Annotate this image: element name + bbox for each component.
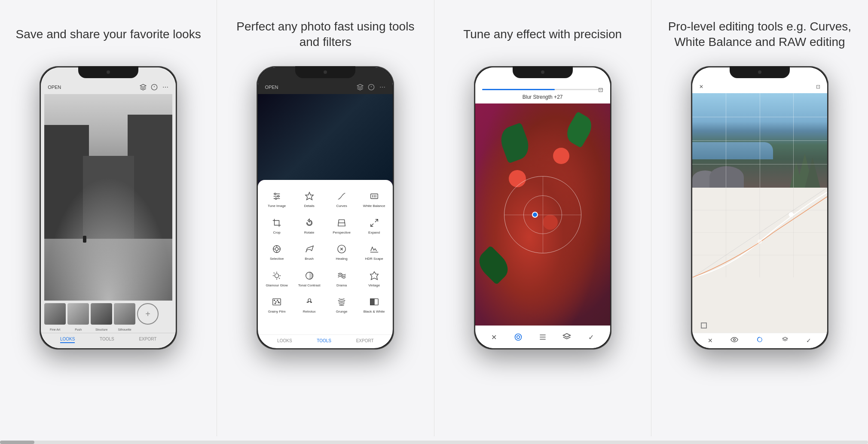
p3-confirm-button[interactable]: ✓ xyxy=(585,331,597,343)
tool-drama[interactable]: Drama xyxy=(326,266,357,291)
curves-grid xyxy=(692,93,827,188)
tool-name-tune: Tune Image xyxy=(268,204,286,208)
more-icon[interactable] xyxy=(162,84,169,91)
svg-point-42 xyxy=(279,302,280,303)
panel-4-title: Pro-level editing tools e.g. Curves, Whi… xyxy=(660,13,859,56)
tool-perspective[interactable]: Perspective xyxy=(326,213,357,238)
p4-curve-area xyxy=(692,188,827,333)
tool-name-tonal: Tonal Contrast xyxy=(298,283,321,288)
phone-1-inner: OPEN xyxy=(41,67,176,348)
panel-3: Tune any effect with precision Blur Stre… xyxy=(434,0,651,436)
look-thumb-2[interactable] xyxy=(67,303,89,325)
tool-brush[interactable]: Brush xyxy=(294,240,325,265)
selective-dot[interactable] xyxy=(532,212,538,218)
phone-2-screen: OPEN xyxy=(258,67,393,348)
nav-looks[interactable]: LOOKS xyxy=(60,337,75,343)
p4-cancel-btn[interactable]: ✕ xyxy=(708,337,713,344)
look-thumb-3[interactable] xyxy=(91,303,112,325)
grain-icon xyxy=(271,296,283,308)
look-thumb-1[interactable] xyxy=(44,303,66,325)
nav-export[interactable]: EXPORT xyxy=(139,337,156,343)
split-view-icon[interactable]: ⊡ xyxy=(598,86,603,93)
phone-3-screen: Blur Strength +27 ⊡ xyxy=(475,67,610,348)
look-label-1: Fine Art xyxy=(44,328,66,331)
tool-white-balance[interactable]: White Balance xyxy=(359,187,390,212)
tool-curves[interactable]: Curves xyxy=(326,187,357,212)
p4-photo xyxy=(692,93,827,188)
details-icon xyxy=(303,190,315,202)
selective-inner-circle xyxy=(523,195,562,234)
p4-color-btn[interactable] xyxy=(756,337,764,344)
p2-nav-tools[interactable]: TOOLS xyxy=(317,338,331,343)
svg-point-30 xyxy=(275,274,279,277)
tool-selective[interactable]: Selective xyxy=(261,240,292,265)
svg-point-25 xyxy=(275,248,278,251)
svg-point-41 xyxy=(277,300,278,301)
tool-healing[interactable]: Healing xyxy=(326,240,357,265)
nav-tools[interactable]: TOOLS xyxy=(100,337,114,343)
p2-icon-group xyxy=(357,84,386,91)
tool-hdr[interactable]: HDR Scape xyxy=(359,240,390,265)
tool-grain[interactable]: Grainy Film xyxy=(261,292,292,317)
rotate-icon xyxy=(303,217,315,229)
p3-progress-fill xyxy=(482,89,555,90)
svg-point-5 xyxy=(167,87,168,88)
p1-looks-strip: + xyxy=(41,301,176,327)
p3-stack-button[interactable] xyxy=(561,331,573,343)
tool-expand[interactable]: Expand xyxy=(359,213,390,238)
tool-retro[interactable]: Retrolux xyxy=(294,292,325,317)
curves-svg xyxy=(692,188,827,277)
p1-photo xyxy=(44,94,172,301)
p3-adjust-button[interactable] xyxy=(537,331,549,343)
curves-overlay xyxy=(692,93,827,188)
tonal-icon xyxy=(303,270,315,282)
tool-name-rotate: Rotate xyxy=(304,231,315,235)
tune-icon xyxy=(271,190,283,202)
svg-point-17 xyxy=(275,198,277,200)
p4-stack-btn[interactable] xyxy=(781,337,789,344)
color-circle[interactable] xyxy=(701,322,707,328)
svg-point-16 xyxy=(278,195,279,197)
tool-tune-image[interactable]: Tune Image xyxy=(261,187,292,212)
p4-eye-btn[interactable] xyxy=(730,337,738,344)
tool-bw[interactable]: Black & White xyxy=(359,292,390,317)
tool-vintage[interactable]: Vintage xyxy=(359,266,390,291)
svg-point-59 xyxy=(758,240,761,243)
look-add-button[interactable]: + xyxy=(137,303,159,325)
healing-icon xyxy=(336,243,348,255)
p2-open-label[interactable]: OPEN xyxy=(265,85,278,90)
p2-topbar: OPEN xyxy=(258,67,393,94)
tool-glamour[interactable]: Glamour Glow xyxy=(261,266,292,291)
tool-rotate[interactable]: Rotate xyxy=(294,213,325,238)
p2-bottom-nav: LOOKS TOOLS EXPORT xyxy=(258,335,393,348)
p2-nav-looks[interactable]: LOOKS xyxy=(277,338,292,343)
p4-split-icon[interactable]: ⊡ xyxy=(816,84,820,90)
p3-select-button[interactable] xyxy=(512,331,524,343)
p4-confirm-btn[interactable]: ✓ xyxy=(806,337,811,344)
tool-grunge[interactable]: Grunge xyxy=(326,292,357,317)
svg-point-47 xyxy=(517,336,520,339)
bottom-scrollbar[interactable] xyxy=(0,441,868,444)
p3-flower-photo xyxy=(475,103,610,325)
tool-crop[interactable]: Crop xyxy=(261,213,292,238)
look-thumb-4[interactable] xyxy=(114,303,135,325)
tool-tonal[interactable]: Tonal Contrast xyxy=(294,266,325,291)
p4-cancel[interactable]: ✕ xyxy=(699,84,703,90)
retro-icon xyxy=(303,296,315,308)
p1-open-label[interactable]: OPEN xyxy=(48,85,61,90)
svg-point-11 xyxy=(384,87,385,88)
grunge-icon xyxy=(336,296,348,308)
selective-outer-circle xyxy=(504,176,581,253)
p1-icon-group xyxy=(140,84,169,91)
crop-icon xyxy=(271,217,283,229)
tool-details[interactable]: Details xyxy=(294,187,325,212)
svg-point-4 xyxy=(165,87,166,88)
p2-tools-panel: Tune Image Details xyxy=(258,180,393,335)
info-icon xyxy=(151,84,158,91)
p2-nav-export[interactable]: EXPORT xyxy=(356,338,374,343)
phone-2-inner: OPEN xyxy=(258,67,393,348)
tool-name-selective: Selective xyxy=(270,257,284,261)
tool-name-retro: Retrolux xyxy=(303,310,316,314)
p3-cancel-button[interactable]: ✕ xyxy=(488,331,500,343)
p2-more-icon[interactable] xyxy=(379,84,386,91)
